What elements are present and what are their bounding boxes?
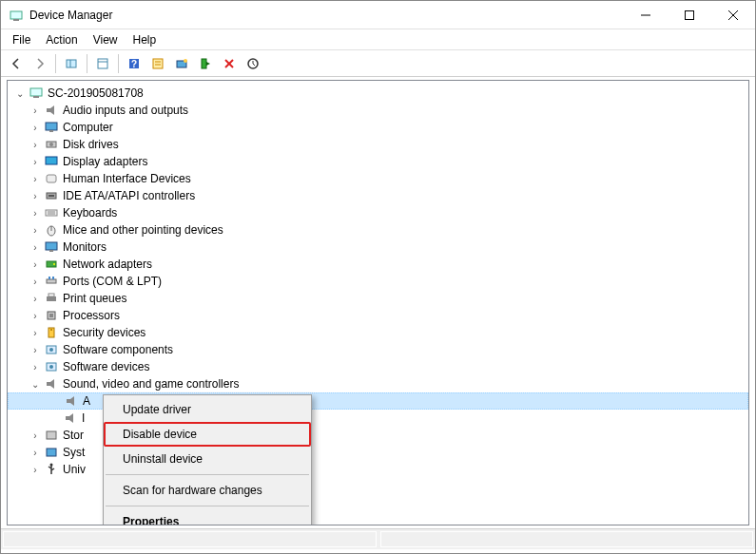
disable-device-button[interactable] [218,52,241,75]
svg-rect-57 [47,431,56,439]
ctx-properties[interactable]: Properties [104,509,311,525]
chevron-right-icon[interactable]: › [29,429,42,442]
chevron-right-icon[interactable]: › [29,206,42,220]
tree-category[interactable]: ›Display adapters [8,153,748,170]
tree-category[interactable]: ›Software devices [8,358,748,375]
tree-category[interactable]: ›Ports (COM & LPT) [8,273,748,290]
tree-category[interactable]: ›Disk drives [8,136,748,153]
tree-category[interactable]: ›Computer [8,119,748,136]
category-label: Human Interface Devices [63,172,191,185]
help-button[interactable]: ? [123,52,145,75]
chevron-right-icon[interactable]: › [29,275,42,288]
svg-point-53 [49,365,53,369]
chevron-right-icon[interactable]: › [29,463,42,476]
tree-category[interactable]: ›Processors [8,307,748,324]
ctx-update-driver[interactable]: Update driver [104,397,311,422]
category-label: Disk drives [63,138,119,151]
properties-pane-button[interactable] [91,52,114,75]
tree-category[interactable]: ›Security devices [8,324,748,341]
tree-category[interactable]: ›IDE ATA/ATAPI controllers [8,187,748,204]
chevron-right-icon[interactable]: › [29,189,42,202]
ctx-uninstall-device[interactable]: Uninstall device [104,447,311,471]
ide-icon [44,188,59,203]
tree-category[interactable]: ›Software components [8,341,748,358]
show-hidden-button[interactable] [60,52,83,75]
chevron-right-icon[interactable]: › [29,309,42,322]
svg-rect-23 [47,108,50,112]
ctx-scan-hardware[interactable]: Scan for hardware changes [104,478,311,503]
menu-view[interactable]: View [86,31,126,48]
tree-category[interactable]: ›Keyboards [8,204,748,221]
chevron-down-icon[interactable]: ⌄ [29,377,42,391]
svg-point-27 [49,143,53,146]
enable-device-button[interactable] [194,52,217,75]
speaker-icon [44,103,59,118]
chevron-right-icon[interactable]: › [29,121,42,134]
chevron-right-icon[interactable]: › [29,326,42,339]
svg-rect-22 [33,96,39,98]
status-cell [380,531,754,547]
chevron-right-icon[interactable]: › [29,155,42,168]
category-label: Print queues [63,292,126,305]
keyboard-icon [44,205,59,220]
toolbar-separator [55,54,56,73]
minimize-button[interactable] [624,1,668,29]
chevron-right-icon[interactable]: › [29,240,42,254]
tree-category[interactable]: ⌄Sound, video and game controllers [8,375,748,392]
chevron-right-icon[interactable]: › [29,138,42,151]
svg-point-51 [49,348,53,352]
chevron-right-icon[interactable]: › [29,258,42,271]
chevron-right-icon[interactable]: › [29,172,42,185]
chevron-down-icon[interactable]: ⌄ [13,86,27,100]
menu-action[interactable]: Action [38,31,85,48]
category-label: IDE ATA/ATAPI controllers [63,189,195,202]
tree-category[interactable]: ›Monitors [8,239,748,256]
chevron-right-icon[interactable]: › [29,343,42,356]
category-label: Stor [63,429,84,442]
disk-icon [44,137,59,152]
tree-category[interactable]: ›Mice and other pointing devices [8,221,748,239]
highlight-annotation: Disable device [104,422,311,447]
monitor-icon [44,120,59,135]
chevron-right-icon[interactable]: › [29,104,42,117]
properties-button[interactable] [146,52,169,75]
toolbar-separator [87,54,87,73]
svg-rect-44 [47,296,56,301]
ctx-disable-device[interactable]: Disable device [106,424,309,445]
storage-icon [44,428,59,443]
menu-file[interactable]: File [5,31,38,48]
chevron-right-icon[interactable]: › [29,292,42,305]
svg-rect-28 [46,157,57,164]
svg-point-40 [53,263,55,265]
update-driver-button[interactable] [242,52,264,75]
speaker-icon [64,393,79,409]
svg-rect-17 [202,59,206,68]
forward-button[interactable] [29,52,51,75]
scan-hardware-button[interactable] [170,52,193,75]
svg-point-59 [50,464,53,467]
software-icon [44,359,59,374]
close-button[interactable] [711,1,755,29]
maximize-button[interactable] [668,1,711,29]
usb-icon [44,462,59,477]
back-button[interactable] [5,52,28,75]
tree-root[interactable]: ⌄ SC-201905081708 [8,85,748,102]
software-icon [44,342,59,357]
tree-category[interactable]: ›Print queues [8,290,748,307]
tree-category[interactable]: ›Network adapters [8,256,748,273]
chevron-right-icon[interactable]: › [29,223,42,237]
display-icon [44,154,59,169]
chevron-right-icon[interactable]: › [29,360,42,373]
svg-rect-3 [686,10,694,19]
tree-category[interactable]: ›Audio inputs and outputs [8,102,748,119]
menu-help[interactable]: Help [126,31,165,48]
device-label: A [83,394,90,408]
status-cell [3,531,377,547]
tree-category[interactable]: ›Human Interface Devices [8,170,748,187]
svg-rect-55 [67,399,70,403]
chevron-right-icon[interactable]: › [29,446,42,459]
category-label: Univ [63,463,86,476]
window-controls [624,1,755,29]
hid-icon [44,171,59,186]
system-icon [44,445,59,460]
